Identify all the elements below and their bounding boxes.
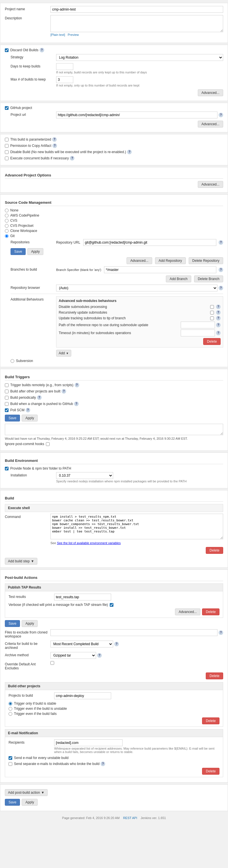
publish-tap-delete-button[interactable]: Delete — [202, 609, 220, 615]
add-branch-button[interactable]: Add Branch — [166, 276, 191, 282]
build-periodically-help-icon[interactable]: ? — [37, 395, 41, 400]
submodules-delete-button[interactable]: Delete — [203, 338, 221, 345]
send-separate-help-icon[interactable]: ? — [101, 762, 105, 766]
archive-method-help-icon[interactable]: ? — [97, 653, 102, 658]
scm-git-radio[interactable] — [5, 234, 8, 238]
build-periodically-checkbox[interactable] — [5, 396, 8, 400]
command-textarea[interactable]: npm install > test_results_npm.txt bower… — [51, 514, 223, 539]
other-projects-help-icon[interactable]: ? — [62, 389, 66, 394]
rest-api-link[interactable]: REST API — [123, 816, 137, 819]
trigger-fail-radio[interactable] — [8, 712, 12, 716]
project-name-input[interactable] — [51, 6, 223, 13]
preview-link[interactable]: Preview — [67, 33, 79, 36]
repo-url-help-icon[interactable]: ? — [219, 240, 223, 245]
recursively-update-help-icon[interactable]: ? — [216, 310, 221, 315]
disable-build-checkbox[interactable] — [5, 150, 8, 154]
installation-select[interactable]: 0.10.37 — [56, 472, 113, 479]
github-url-help-icon[interactable]: ? — [219, 113, 223, 117]
repo-url-input[interactable] — [83, 239, 216, 246]
advanced-project-button[interactable]: Advanced... — [198, 181, 223, 188]
max-builds-input[interactable] — [56, 76, 73, 83]
save-button-bottom[interactable]: Save — [5, 799, 20, 806]
path-reference-help-icon[interactable]: ? — [216, 323, 221, 327]
schedule-textarea-box[interactable] — [5, 424, 223, 435]
files-exclude-help-icon[interactable]: ? — [219, 630, 223, 635]
path-reference-input[interactable] — [181, 321, 215, 329]
scm-aws-radio[interactable] — [5, 214, 8, 217]
repo-browser-help-icon[interactable]: ? — [219, 286, 223, 290]
permission-copy-checkbox[interactable] — [5, 144, 8, 148]
disable-submodules-help-icon[interactable]: ? — [216, 305, 221, 309]
files-exclude-input[interactable] — [51, 629, 218, 636]
poll-scm-help-icon[interactable]: ? — [26, 408, 30, 412]
projects-to-build-input[interactable] — [54, 692, 111, 699]
strategy-select[interactable]: Log Rotation — [56, 54, 223, 61]
scm-clone-radio[interactable] — [5, 229, 8, 233]
add-post-build-button[interactable]: Add post-build action ▼ — [5, 789, 48, 796]
plain-text-link[interactable]: [Plain text] — [51, 33, 65, 36]
repo-browser-select[interactable]: (Auto) — [56, 285, 218, 291]
update-tracking-checkbox[interactable] — [209, 316, 215, 320]
parameterized-help-icon[interactable]: ? — [52, 137, 57, 142]
timeout-submodules-input[interactable] — [181, 330, 215, 336]
ignore-hooks-checkbox[interactable] — [46, 442, 50, 446]
scm-cvs-projectset-radio[interactable] — [5, 224, 8, 228]
discard-advanced-button[interactable]: Advanced... — [198, 89, 223, 96]
add-behaviour-button[interactable]: Add ▼ — [56, 350, 71, 356]
add-repo-button[interactable]: Add Repository — [155, 257, 186, 264]
concurrent-checkbox[interactable] — [5, 157, 8, 160]
apply-button-bottom[interactable]: Apply — [22, 799, 38, 806]
archive-delete-button[interactable]: Delete — [206, 673, 223, 679]
trigger-unstable-radio[interactable] — [8, 707, 12, 711]
discard-builds-checkbox[interactable] — [5, 49, 8, 52]
trigger-stable-radio[interactable] — [8, 702, 12, 706]
build-delete-button[interactable]: Delete — [206, 547, 223, 554]
branch-specifier-input[interactable] — [104, 267, 216, 273]
apply-button-3[interactable]: Apply — [22, 620, 38, 627]
days-input[interactable] — [56, 63, 73, 70]
recursively-update-checkbox[interactable] — [209, 311, 215, 314]
branch-specifier-help-icon[interactable]: ? — [219, 268, 223, 272]
update-tracking-help-icon[interactable]: ? — [216, 316, 221, 320]
subversion-radio[interactable] — [10, 359, 14, 363]
email-delete-button[interactable]: Delete — [202, 768, 220, 775]
verbose-checkbox[interactable] — [110, 603, 113, 607]
build-other-delete-button[interactable]: Delete — [202, 717, 220, 724]
save-button-2[interactable]: Save — [5, 415, 20, 422]
override-ant-checkbox[interactable] — [51, 661, 54, 665]
github-url-input[interactable] — [56, 112, 218, 118]
criteria-help-icon[interactable]: ? — [114, 642, 119, 646]
add-build-step-button[interactable]: Add build step ▼ — [5, 558, 37, 565]
test-results-input[interactable] — [54, 594, 111, 600]
delete-branch-button[interactable]: Delete Branch — [194, 276, 223, 282]
github-project-checkbox[interactable] — [5, 106, 8, 110]
trigger-remotely-help-icon[interactable]: ? — [75, 383, 79, 387]
github-push-checkbox[interactable] — [5, 402, 8, 406]
publish-tap-advanced-button[interactable]: Advanced... — [175, 609, 200, 615]
save-button-1[interactable]: Save — [10, 248, 26, 255]
github-advanced-button[interactable]: Advanced... — [198, 121, 223, 127]
discard-builds-help-icon[interactable]: ? — [39, 48, 44, 52]
send-every-checkbox[interactable] — [8, 756, 12, 760]
recipients-input[interactable] — [54, 739, 122, 746]
scm-none-radio[interactable] — [5, 209, 8, 212]
nodejs-checkbox[interactable] — [5, 467, 8, 470]
parameterized-checkbox[interactable] — [5, 138, 8, 142]
other-projects-checkbox[interactable] — [5, 390, 8, 393]
repo-advanced-button[interactable]: Advanced... — [126, 257, 152, 264]
criteria-select[interactable]: Most Recent Completed Build — [51, 641, 113, 647]
disable-build-help-icon[interactable]: ? — [127, 150, 132, 154]
concurrent-help-icon[interactable]: ? — [70, 156, 75, 160]
disable-submodules-checkbox[interactable] — [209, 305, 215, 309]
permission-copy-help-icon[interactable]: ? — [52, 144, 57, 148]
send-separate-checkbox[interactable] — [8, 762, 12, 766]
description-textarea[interactable] — [51, 15, 223, 32]
scm-cvs-radio[interactable] — [5, 219, 8, 222]
save-button-3[interactable]: Save — [5, 620, 20, 627]
timeout-submodules-help-icon[interactable]: ? — [216, 331, 221, 335]
apply-button-2[interactable]: Apply — [22, 415, 38, 422]
poll-scm-checkbox[interactable] — [5, 408, 8, 412]
archive-method-select[interactable]: Gzipped tar — [51, 652, 96, 659]
trigger-remotely-checkbox[interactable] — [5, 383, 8, 387]
apply-button-1[interactable]: Apply — [27, 248, 43, 255]
